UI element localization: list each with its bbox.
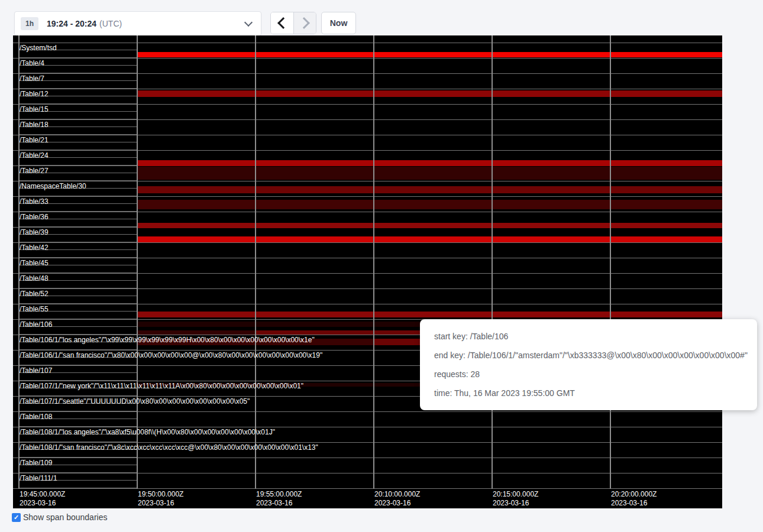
heat-band[interactable]	[137, 200, 722, 209]
row-label: /Table/107/1/"new york"/"\x11\x11\x11\x1…	[20, 382, 303, 390]
tick-time: 19:55:00.000Z	[256, 490, 302, 499]
tick-date: 2023-03-16	[493, 499, 538, 508]
heat-band[interactable]	[137, 312, 722, 317]
tick-time: 20:15:00.000Z	[493, 490, 538, 499]
show-span-boundaries-control[interactable]: ✓ Show span boundaries	[12, 512, 107, 522]
time-tick-label: 19:50:00.000Z2023-03-16	[138, 490, 183, 508]
row-label: /Table/106	[20, 321, 52, 329]
hover-tooltip: start key: /Table/106 end key: /Table/10…	[420, 319, 757, 410]
vertical-gridline	[373, 35, 374, 489]
row-label: /Table/21	[20, 137, 49, 144]
tick-time: 20:20:00.000Z	[611, 490, 657, 499]
row-label: /Table/48	[20, 275, 49, 283]
row-label: /NamespaceTable/30	[20, 183, 86, 190]
row-label: /Table/33	[20, 198, 49, 206]
show-span-boundaries-label: Show span boundaries	[23, 512, 107, 522]
row-label: /Table/55	[20, 306, 49, 313]
row-label: /Table/18	[20, 121, 49, 129]
previous-time-button[interactable]	[271, 12, 293, 34]
row-label: /Table/107	[20, 367, 52, 375]
row-label: /Table/109	[20, 459, 52, 467]
vertical-gridline	[137, 35, 138, 489]
time-tick-label: 20:20:00.000Z2023-03-16	[611, 490, 657, 508]
tooltip-time: time: Thu, 16 Mar 2023 19:55:00 GMT	[434, 388, 743, 398]
row-label: /Table/39	[20, 229, 49, 236]
heat-band[interactable]	[137, 160, 722, 166]
heat-band[interactable]	[137, 52, 722, 57]
time-tick-label: 19:55:00.000Z2023-03-16	[256, 490, 302, 508]
time-tick-label: 20:15:00.000Z2023-03-16	[493, 490, 538, 508]
time-tick-label: 20:10:00.000Z2023-03-16	[374, 490, 420, 508]
tick-date: 2023-03-16	[20, 499, 65, 508]
tooltip-requests: requests: 28	[434, 369, 743, 379]
row-label: /Table/45	[20, 259, 49, 267]
row-label: /Table/107/1/"seattle"/"UUUUUUD\x00\x80\…	[20, 398, 250, 406]
time-range-badge: 1h	[21, 17, 38, 30]
tick-date: 2023-03-16	[374, 499, 420, 508]
row-label: /Table/27	[20, 167, 49, 175]
chevron-right-icon	[298, 17, 310, 29]
tooltip-start-key: start key: /Table/106	[434, 332, 743, 341]
row-label: /Table/52	[20, 290, 49, 298]
tooltip-end-key: end key: /Table/106/1/"amsterdam"/"\xb33…	[434, 351, 743, 360]
time-range-selector[interactable]: 1h 19:24 - 20:24 (UTC)	[14, 11, 261, 36]
tick-date: 2023-03-16	[256, 499, 302, 508]
heat-band[interactable]	[137, 186, 722, 193]
time-tick-label: 19:45:00.000Z2023-03-16	[20, 490, 65, 508]
tick-time: 19:50:00.000Z	[138, 490, 183, 499]
heat-band[interactable]	[137, 236, 722, 242]
row-label: /Table/24	[20, 152, 49, 160]
now-button[interactable]: Now	[321, 12, 356, 34]
time-range-timezone: (UTC)	[99, 19, 122, 28]
time-nav-group	[270, 12, 316, 34]
tick-time: 20:10:00.000Z	[374, 490, 420, 499]
row-label: /Table/42	[20, 244, 49, 252]
heat-band[interactable]	[137, 167, 722, 180]
row-label: /Table/7	[20, 75, 44, 83]
row-label: /Table/15	[20, 106, 49, 113]
key-visualizer-canvas[interactable]: /System/tsd/Table/4/Table/7/Table/12/Tab…	[13, 35, 722, 508]
row-label: /Table/36	[20, 213, 49, 221]
row-label: /Table/108/1/"san francisco"/"\x8c\xcc\x…	[20, 444, 318, 452]
row-label: /Table/106/1/"san francisco"/"\x80\x00\x…	[20, 352, 322, 359]
vertical-gridline	[610, 35, 611, 489]
row-label: /Table/111/1	[20, 475, 57, 482]
tick-date: 2023-03-16	[611, 499, 657, 508]
vertical-gridline	[255, 35, 256, 489]
row-label: /Table/106/1/"los angeles"/"\x99\x99\x99…	[20, 336, 315, 344]
chevron-left-icon	[277, 17, 289, 29]
heat-band[interactable]	[137, 330, 255, 335]
row-label: /Table/108	[20, 413, 52, 421]
row-label: /Table/108/1/"los angeles"/"\xa8\xf5\u00…	[20, 429, 275, 436]
row-label: /Table/12	[20, 90, 49, 98]
show-span-boundaries-checkbox[interactable]: ✓	[12, 513, 21, 522]
next-time-button[interactable]	[293, 12, 316, 34]
tick-date: 2023-03-16	[138, 499, 183, 508]
heat-band[interactable]	[137, 90, 722, 97]
vertical-gridline	[492, 35, 493, 489]
row-label: /Table/4	[20, 60, 44, 67]
time-range-label: 19:24 - 20:24	[47, 19, 96, 28]
heat-band[interactable]	[137, 223, 722, 228]
row-label: /System/tsd	[20, 44, 57, 52]
chevron-down-icon	[244, 18, 253, 27]
tick-time: 19:45:00.000Z	[20, 490, 65, 499]
